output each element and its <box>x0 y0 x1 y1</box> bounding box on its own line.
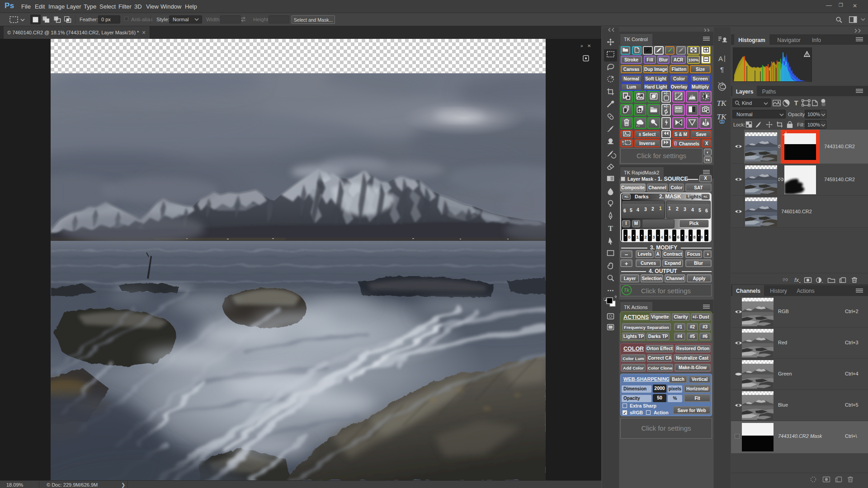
svg-text:A: A <box>718 55 723 62</box>
svg-text:2: 2 <box>644 235 646 239</box>
svg-text:Tk: Tk <box>624 287 630 293</box>
svg-text:4: 4 <box>660 235 663 239</box>
svg-text:T: T <box>794 99 798 107</box>
svg-text:T: T <box>608 225 613 232</box>
svg-text:TK: TK <box>717 113 727 121</box>
svg-text:0: 0 <box>628 235 630 239</box>
svg-text:7: 7 <box>685 235 687 239</box>
svg-text:TK: TK <box>717 99 727 108</box>
svg-text:5: 5 <box>669 235 671 239</box>
svg-text:8: 8 <box>693 235 695 239</box>
svg-text:¶: ¶ <box>720 66 724 73</box>
svg-text:9: 9 <box>700 235 703 239</box>
svg-text:fx: fx <box>794 277 799 283</box>
svg-text:3: 3 <box>652 235 655 239</box>
svg-text:1: 1 <box>636 235 638 239</box>
svg-text:6: 6 <box>677 235 679 239</box>
